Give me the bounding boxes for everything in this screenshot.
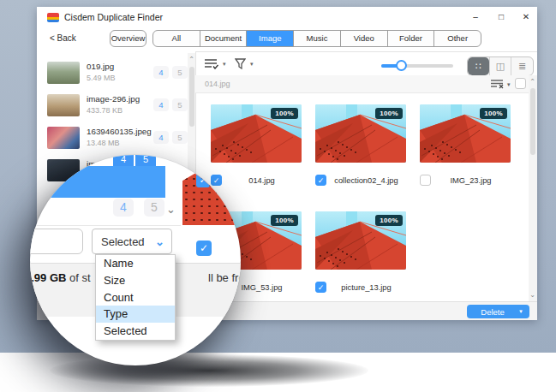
sort-dropdown[interactable]: Selected ⌄ xyxy=(92,229,172,254)
thumbnail xyxy=(47,62,80,84)
file-name: 1639460135.jpeg xyxy=(87,127,152,136)
file-name: collection02_4.jpg xyxy=(326,176,406,185)
scroll-down-icon[interactable]: ⌄ xyxy=(529,291,536,299)
magnifier-circle: 4 5 4 5 ⌄ ✓ ✓ Selected ⌄ 2.99 GB of st l… xyxy=(30,155,241,365)
window-title: Cisdem Duplicate Finder xyxy=(64,12,163,22)
storage-amount: 2.99 GB xyxy=(30,271,66,284)
file-checkbox[interactable]: ✓ xyxy=(315,175,326,186)
tab-image[interactable]: Image xyxy=(246,31,293,46)
scrollbar-thumb[interactable] xyxy=(189,67,194,127)
divider xyxy=(30,225,181,226)
overview-button[interactable]: Overview xyxy=(110,30,146,47)
magnified-selected-badge: 4 5 xyxy=(113,155,156,166)
selected-count-badge: 4 xyxy=(153,98,169,111)
image-thumbnail: 100% xyxy=(420,104,511,163)
image-thumbnail: 100% xyxy=(315,104,406,163)
file-checkbox[interactable]: ✓ xyxy=(315,282,326,293)
close-button[interactable]: ✕ xyxy=(518,9,534,24)
filter-icon[interactable] xyxy=(235,58,246,69)
file-name: 019.jpg xyxy=(87,62,114,71)
menu-item-count[interactable]: Count xyxy=(96,289,175,306)
title-bar: Cisdem Duplicate Finder – □ ✕ xyxy=(37,7,537,27)
match-badge: 100% xyxy=(271,215,298,226)
app-icon xyxy=(47,13,59,22)
tab-document[interactable]: Document xyxy=(200,31,247,46)
selected-count-badge: 4 xyxy=(153,131,169,144)
file-name: picture_13.jpg xyxy=(326,283,406,292)
filter-caret-icon[interactable]: ▾ xyxy=(250,61,254,68)
scroll-down-icon[interactable]: ⌄ xyxy=(166,203,176,216)
duplicate-card[interactable]: 100% ✓ 014.jpg xyxy=(211,104,302,186)
screenshot-canvas: { "titlebar": { "title": "Cisdem Duplica… xyxy=(0,0,556,392)
delete-button[interactable]: Delete ▼ xyxy=(467,305,529,318)
list-item[interactable]: 1639460135.jpeg 13.48 MB 4 5 xyxy=(37,122,195,154)
search-input[interactable] xyxy=(30,229,83,254)
file-name: 014.jpg xyxy=(222,176,302,185)
grid-view-button[interactable]: ∷ xyxy=(468,57,489,75)
cover-view-button[interactable]: ◫ xyxy=(489,57,511,75)
view-toggle-group: ∷ ◫ ≣ xyxy=(467,56,534,76)
sort-dropdown-menu: Name Size Count Type Selected xyxy=(95,254,176,341)
list-view-button[interactable]: ≣ xyxy=(511,57,533,75)
match-badge: 100% xyxy=(375,108,403,119)
menu-item-name[interactable]: Name xyxy=(96,255,175,272)
total-count-badge: 5 xyxy=(135,155,156,166)
menu-item-selected[interactable]: Selected xyxy=(96,323,175,340)
file-checkbox[interactable] xyxy=(420,175,431,186)
selected-count-badge: 4 xyxy=(153,66,169,79)
duplicate-card[interactable]: 100% ✓ collection02_4.jpg xyxy=(315,104,406,186)
zoom-slider-thumb[interactable] xyxy=(396,60,407,71)
match-badge: 100% xyxy=(375,215,403,226)
file-name: IMG_23.jpg xyxy=(431,176,511,185)
tab-video[interactable]: Video xyxy=(340,31,387,46)
file-size: 13.48 MB xyxy=(87,139,120,147)
storage-status-left: 2.99 GB of st xyxy=(30,271,91,284)
select-list-icon[interactable] xyxy=(205,58,218,69)
deselect-caret-icon[interactable]: ▾ xyxy=(507,81,511,88)
nav-row: < Back Overview All Document Image Music… xyxy=(37,27,537,52)
group-checkbox[interactable] xyxy=(515,78,526,89)
file-name: image-296.jpg xyxy=(87,94,140,104)
tab-folder[interactable]: Folder xyxy=(387,31,434,46)
duplicate-card[interactable]: 100% ✓ picture_13.jpg xyxy=(315,211,406,293)
file-checkbox[interactable]: ✓ xyxy=(211,175,222,186)
main-scrollbar[interactable]: ⌃ ⌄ xyxy=(529,75,537,301)
delete-caret-icon[interactable]: ▼ xyxy=(518,309,529,314)
total-count-badge: 5 xyxy=(172,98,188,111)
back-button[interactable]: < Back xyxy=(50,33,76,43)
sort-dropdown-value: Selected xyxy=(93,235,155,248)
match-badge: 100% xyxy=(271,108,298,119)
category-tabs: All Document Image Music Video Folder Ot… xyxy=(152,30,481,47)
storage-status-right: ll be freed up xyxy=(208,271,241,284)
deselect-list-icon[interactable] xyxy=(491,79,505,89)
scrollbar-thumb[interactable] xyxy=(530,88,535,155)
image-thumbnail: 100% xyxy=(315,211,406,270)
group-header: 014.jpg ▾ xyxy=(195,75,529,93)
menu-item-size[interactable]: Size xyxy=(96,272,175,289)
list-item[interactable]: 019.jpg 5.49 MB 4 5 xyxy=(37,56,195,89)
tab-music[interactable]: Music xyxy=(293,31,340,46)
tab-all[interactable]: All xyxy=(153,31,200,46)
file-size: 5.49 MB xyxy=(87,74,116,82)
match-badge: 100% xyxy=(480,108,507,119)
group-name: 014.jpg xyxy=(205,80,230,88)
total-count-badge: 5 xyxy=(172,66,188,79)
select-list-caret-icon[interactable]: ▾ xyxy=(223,61,226,68)
magnifier-shadow xyxy=(50,354,368,387)
selected-count-badge: 4 xyxy=(113,199,134,217)
image-thumbnail: 100% xyxy=(211,104,302,163)
minimize-button[interactable]: – xyxy=(468,9,483,24)
scroll-up-icon[interactable]: ⌃ xyxy=(529,78,536,86)
maximize-button[interactable]: □ xyxy=(493,9,509,24)
thumbnail xyxy=(47,127,80,149)
duplicate-card[interactable]: 100% IMG_23.jpg xyxy=(420,104,511,186)
file-checkbox[interactable]: ✓ xyxy=(196,241,212,256)
file-size: 433.78 KB xyxy=(87,106,123,115)
scroll-up-icon[interactable]: ⌃ xyxy=(188,56,195,63)
menu-item-type[interactable]: Type xyxy=(96,306,175,323)
list-item[interactable]: image-296.jpg 433.78 KB 4 5 xyxy=(37,89,195,122)
thumbnail xyxy=(47,94,80,116)
storage-status-fragment: of st xyxy=(66,271,90,284)
chevron-down-icon: ⌄ xyxy=(155,235,171,248)
tab-other[interactable]: Other xyxy=(433,31,481,46)
